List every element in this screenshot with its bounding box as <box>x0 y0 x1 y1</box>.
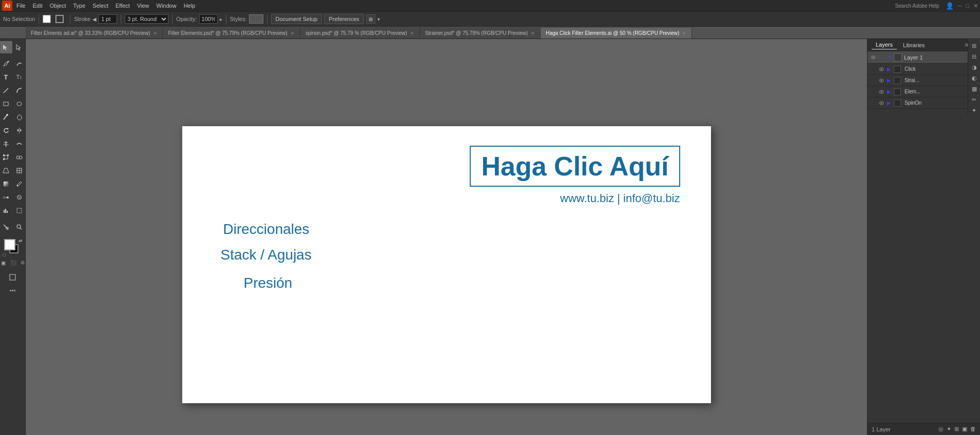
column-graph-tool[interactable] <box>0 204 12 216</box>
align-icon[interactable]: ⊟ <box>970 52 979 61</box>
tab-5-close[interactable]: ✕ <box>682 31 686 36</box>
type-tool[interactable]: T <box>0 71 12 83</box>
sub-layer-elem-expand[interactable]: ▶ <box>887 89 891 94</box>
tab-5[interactable]: Haga Click Filter Elements.ai @ 50 % (RG… <box>541 27 692 38</box>
opacity-input[interactable] <box>199 14 218 24</box>
mesh-tool[interactable] <box>13 164 26 176</box>
direct-selection-tool[interactable] <box>13 41 26 53</box>
canvas-area[interactable]: Haga Clic Aquí www.tu.biz | info@tu.biz … <box>26 39 867 435</box>
create-new-layer-icon[interactable]: ✦ <box>947 426 951 432</box>
rotate-tool[interactable] <box>0 124 12 136</box>
profile-icon[interactable]: 👤 <box>946 2 954 10</box>
change-screen-mode-btn[interactable] <box>7 271 19 283</box>
width-tool[interactable] <box>0 137 12 150</box>
sub-layer-elem-vis[interactable] <box>878 88 885 95</box>
sub-layer-click-vis[interactable] <box>878 66 885 73</box>
symbols-icon[interactable]: ✦ <box>970 106 979 115</box>
selection-tool[interactable] <box>0 41 12 53</box>
fill-preview[interactable] <box>43 15 51 23</box>
sub-layer-strai-vis[interactable] <box>878 77 885 84</box>
tab-libraries[interactable]: Libraries <box>899 41 929 49</box>
none-btn[interactable]: ⊘ <box>19 259 26 266</box>
fill-color-swatch[interactable] <box>4 239 15 250</box>
arrange-btn[interactable]: ⊞ <box>366 14 375 24</box>
shape-builder-tool[interactable] <box>13 151 26 163</box>
locate-object-icon[interactable]: ◎ <box>938 426 944 432</box>
tab-4[interactable]: Strainer.psd* @ 75.79% (RGB/CPU Preview)… <box>420 27 541 38</box>
sub-layer-click[interactable]: ▶ Click <box>868 64 980 75</box>
reflect-tool[interactable] <box>13 124 26 136</box>
tab-1[interactable]: Filter Elments ad.ai* @ 33.33% (RGB/CPU … <box>26 27 163 38</box>
pen-tool[interactable] <box>0 57 12 70</box>
sub-layer-click-expand[interactable]: ▶ <box>887 67 891 72</box>
tab-2-close[interactable]: ✕ <box>291 31 295 36</box>
arc-tool[interactable] <box>13 84 26 96</box>
transform-icon[interactable]: ⊞ <box>970 41 979 50</box>
menu-help[interactable]: Help <box>181 2 199 10</box>
delete-layer-icon[interactable]: 🗑 <box>970 426 976 432</box>
stroke-indicator[interactable] <box>53 14 66 24</box>
appearance-icon[interactable]: ◐ <box>970 73 979 83</box>
layer-1-expand[interactable]: ▾ <box>888 54 891 60</box>
tab-2[interactable]: Filter Elements.psd* @ 75.79% (RGB/CPU P… <box>163 27 300 38</box>
menu-select[interactable]: Select <box>89 2 111 10</box>
search-adobe-help[interactable]: Search Adobe Help <box>895 3 939 9</box>
rectangle-tool[interactable] <box>0 97 12 110</box>
tab-3-close[interactable]: ✕ <box>410 31 414 36</box>
layer-1-visibility[interactable] <box>870 54 877 61</box>
brushes-icon[interactable]: ✏ <box>970 95 979 104</box>
preferences-button[interactable]: Preferences <box>324 14 363 24</box>
touch-type-tool[interactable]: T↕ <box>13 71 26 83</box>
free-transform-tool[interactable] <box>0 151 12 163</box>
menu-type[interactable]: Type <box>70 2 89 10</box>
menu-effect[interactable]: Effect <box>112 2 133 10</box>
paintbrush-tool[interactable] <box>0 111 12 123</box>
styles-swatch[interactable] <box>249 14 263 24</box>
make-release-clipping-icon[interactable]: ▣ <box>962 426 967 432</box>
blob-brush-tool[interactable] <box>13 111 26 123</box>
graphic-styles-icon[interactable]: ▦ <box>970 84 979 93</box>
perspective-tool[interactable] <box>0 164 12 176</box>
menu-window[interactable]: Window <box>153 2 180 10</box>
gradient-btn[interactable]: ⬛ <box>9 259 17 267</box>
sub-layer-spinon-expand[interactable]: ▶ <box>887 101 891 106</box>
layer-1[interactable]: ▾ Layer 1 <box>868 51 980 64</box>
close-btn[interactable]: ✕ <box>973 3 978 9</box>
warp-tool[interactable] <box>13 137 26 150</box>
menu-view[interactable]: View <box>134 2 152 10</box>
tab-1-close[interactable]: ✕ <box>153 31 157 36</box>
sub-layer-spinon[interactable]: ▶ SpinOn <box>868 97 980 109</box>
minimize-btn[interactable]: ─ <box>958 3 962 9</box>
swap-colors-icon[interactable]: ⇄ <box>18 238 23 243</box>
collect-in-new-layer-icon[interactable]: ⊞ <box>954 426 959 432</box>
symbol-tool[interactable] <box>13 191 26 203</box>
eyedropper-tool[interactable] <box>13 177 26 190</box>
pathfinder-icon[interactable]: ◑ <box>970 63 979 72</box>
sub-layer-spinon-vis[interactable] <box>878 100 885 107</box>
line-segment-tool[interactable] <box>0 84 12 96</box>
tab-layers[interactable]: Layers <box>872 41 897 50</box>
gradient-tool[interactable] <box>0 177 12 190</box>
more-tools-btn[interactable]: ••• <box>7 284 19 296</box>
layer-1-lock[interactable] <box>879 54 886 61</box>
tab-4-close[interactable]: ✕ <box>531 31 535 36</box>
sub-layer-strai-expand[interactable]: ▶ <box>887 78 891 83</box>
menu-object[interactable]: Object <box>47 2 69 10</box>
stroke-weight-input[interactable] <box>99 14 117 24</box>
curvature-tool[interactable] <box>13 57 26 70</box>
stroke-type-select[interactable]: 3 pt. Round 1 pt. Round 1 pt. Flat <box>125 14 168 24</box>
tab-3[interactable]: spinon.psd* @ 75.79 % (RGB/CPU Preview) … <box>300 27 420 38</box>
artboard-tool[interactable] <box>13 204 26 216</box>
sub-layer-strai[interactable]: ▶ Strai... <box>868 75 980 86</box>
ellipse-tool[interactable] <box>13 97 26 110</box>
sub-layer-elem[interactable]: ▶ Elem... <box>868 86 980 97</box>
restore-btn[interactable]: □ <box>966 3 969 9</box>
menu-file[interactable]: File <box>13 2 29 10</box>
zoom-tool[interactable] <box>13 221 26 233</box>
document-setup-button[interactable]: Document Setup <box>271 14 322 24</box>
blend-tool[interactable] <box>0 191 12 203</box>
menu-edit[interactable]: Edit <box>30 2 46 10</box>
color-btn[interactable]: ▣ <box>0 259 8 267</box>
slice-tool[interactable] <box>0 221 12 233</box>
default-colors-icon[interactable]: □ <box>3 252 6 258</box>
